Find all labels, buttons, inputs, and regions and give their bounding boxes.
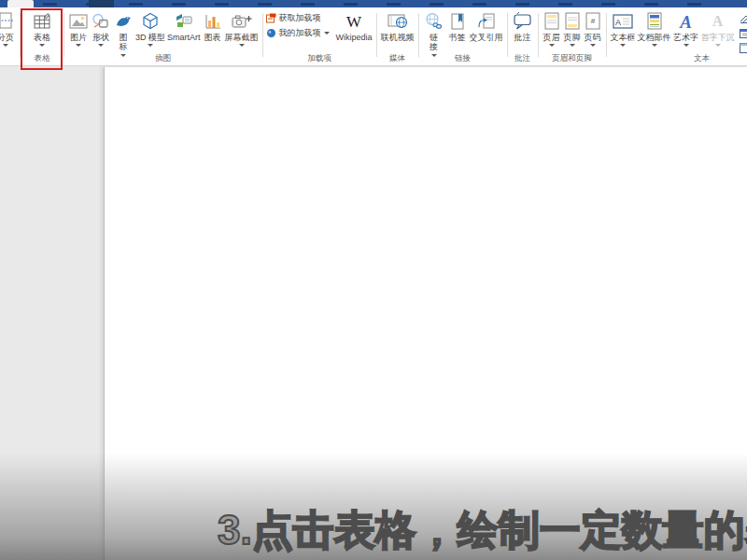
links-group-label: 链接 — [419, 53, 507, 64]
chevron-down-icon — [239, 44, 245, 47]
bookmark-icon — [447, 10, 468, 33]
3d-models-label: 3D 模型 — [135, 33, 165, 42]
get-addins-label: 获取加载项 — [279, 12, 321, 24]
header-icon — [543, 10, 561, 33]
footer-label: 页脚 — [564, 33, 581, 42]
smartart-label: SmartArt — [167, 33, 201, 42]
smartart-icon — [174, 10, 194, 33]
drop-cap-icon: A — [712, 10, 724, 33]
chevron-down-icon — [98, 44, 104, 47]
wikipedia-label: Wikipedia — [336, 33, 373, 42]
media-group-label: 媒体 — [377, 53, 418, 64]
link-button[interactable]: 链接 — [422, 8, 446, 57]
footer-icon — [563, 10, 582, 33]
picture-button[interactable]: 图片 — [67, 8, 90, 47]
signature-line-icon — [740, 13, 747, 23]
header-button[interactable]: 页眉 — [542, 8, 562, 47]
date-time-button[interactable]: 日期和时间 — [740, 27, 747, 39]
cross-reference-icon — [476, 10, 497, 33]
comment-button[interactable]: 批注 — [511, 8, 535, 42]
ribbon-group-media: 联机视频 媒体 — [377, 7, 418, 65]
shapes-label: 形状 — [92, 33, 109, 42]
titlebar-tab-fragment-dark[interactable] — [89, 0, 114, 7]
footer-button[interactable]: 页脚 — [562, 8, 583, 47]
3d-models-button[interactable]: 3D 模型 — [134, 8, 166, 47]
screenshot-label: 屏幕截图 — [225, 33, 259, 42]
smartart-button[interactable]: SmartArt — [166, 8, 202, 42]
my-addins-button[interactable]: 我的加载项 — [266, 27, 330, 39]
drop-cap-button[interactable]: A 首字下沉 — [700, 8, 736, 47]
text-group-label: 文本 — [607, 53, 747, 64]
get-addins-button[interactable]: 获取加载项 — [266, 12, 330, 24]
icons-label: 图标 — [118, 33, 129, 52]
ribbon-insert-tab: 分页 表格 表格 — [0, 7, 747, 66]
page-break-icon — [0, 10, 15, 33]
illustrations-group-label: 插图 — [64, 53, 262, 64]
chevron-down-icon — [620, 44, 626, 47]
ribbon-group-links: 链接 书签 交叉引用 链接 — [419, 7, 507, 65]
chart-label: 图表 — [204, 33, 221, 42]
chevron-down-icon — [684, 44, 689, 47]
header-footer-group-label: 页眉和页脚 — [539, 53, 606, 64]
ribbon-group-header-footer: 页眉 页脚 # 页码 页眉和页脚 — [539, 7, 606, 65]
chevron-down-icon — [715, 44, 721, 47]
chevron-down-icon — [549, 44, 555, 47]
ribbon-group-pages: 分页 — [0, 7, 20, 65]
text-box-label: 文本框 — [611, 33, 636, 42]
icons-icon — [113, 10, 134, 33]
shapes-button[interactable]: 形状 — [90, 8, 112, 47]
wikipedia-button[interactable]: W Wikipedia — [335, 8, 374, 42]
date-time-icon — [740, 28, 747, 38]
online-video-button[interactable]: 联机视频 — [380, 8, 416, 42]
signature-line-button[interactable]: 签名行 — [740, 12, 747, 24]
chart-icon — [203, 10, 223, 33]
page-break-button[interactable]: 分页 — [0, 8, 20, 47]
my-addins-icon — [266, 28, 276, 38]
svg-text:#: # — [590, 17, 595, 25]
addins-group-label: 加载项 — [263, 53, 376, 64]
quick-parts-button[interactable]: 文档部件 — [637, 8, 672, 47]
chevron-down-icon — [590, 44, 596, 47]
bookmark-button[interactable]: 书签 — [446, 8, 469, 42]
highlight-box — [21, 8, 63, 70]
ribbon-group-text: A 文本框 文档部件 A 艺术字 A 首字下沉 — [607, 7, 747, 65]
picture-icon — [68, 10, 89, 33]
quick-parts-icon — [645, 10, 664, 33]
wordart-button[interactable]: A 艺术字 — [672, 8, 700, 47]
ribbon-group-illustrations: 图片 形状 图标 3D 模型 — [64, 7, 262, 65]
shapes-icon — [91, 10, 111, 33]
titlebar-tab-fragment-light[interactable] — [7, 0, 34, 7]
chevron-down-icon — [324, 32, 330, 35]
cross-reference-button[interactable]: 交叉引用 — [469, 8, 504, 42]
ribbon-tabs-cropped — [43, 3, 710, 6]
wordart-icon: A — [680, 10, 692, 33]
chevron-down-icon — [76, 44, 81, 47]
subtitle-caption: 3.点击表格，绘制一定数量的表 — [218, 503, 747, 558]
comment-label: 批注 — [514, 33, 531, 42]
svg-text:A: A — [615, 18, 621, 27]
link-icon — [424, 10, 444, 33]
screenshot-button[interactable]: 屏幕截图 — [224, 8, 260, 47]
chevron-down-icon — [148, 44, 153, 47]
page-break-label: 分页 — [0, 33, 14, 42]
chevron-down-icon — [652, 44, 657, 47]
get-addins-icon — [266, 13, 276, 23]
screenshot-camera-icon — [231, 10, 253, 33]
cross-reference-label: 交叉引用 — [470, 33, 503, 42]
chart-button[interactable]: 图表 — [202, 8, 224, 42]
page-number-button[interactable]: # 页码 — [583, 8, 603, 47]
wikipedia-icon: W — [346, 10, 361, 33]
page-number-icon: # — [584, 10, 602, 33]
link-label: 链接 — [429, 33, 440, 52]
comments-group-label: 批注 — [508, 53, 538, 64]
quick-parts-label: 文档部件 — [638, 33, 671, 42]
page-number-label: 页码 — [585, 33, 601, 42]
comment-icon — [512, 10, 534, 33]
header-label: 页眉 — [543, 33, 560, 42]
titlebar — [0, 0, 747, 7]
text-box-icon: A — [612, 10, 634, 33]
text-box-button[interactable]: A 文本框 — [610, 8, 637, 47]
online-video-label: 联机视频 — [381, 33, 415, 42]
online-video-icon — [387, 10, 409, 33]
icons-button[interactable]: 图标 — [112, 8, 134, 57]
